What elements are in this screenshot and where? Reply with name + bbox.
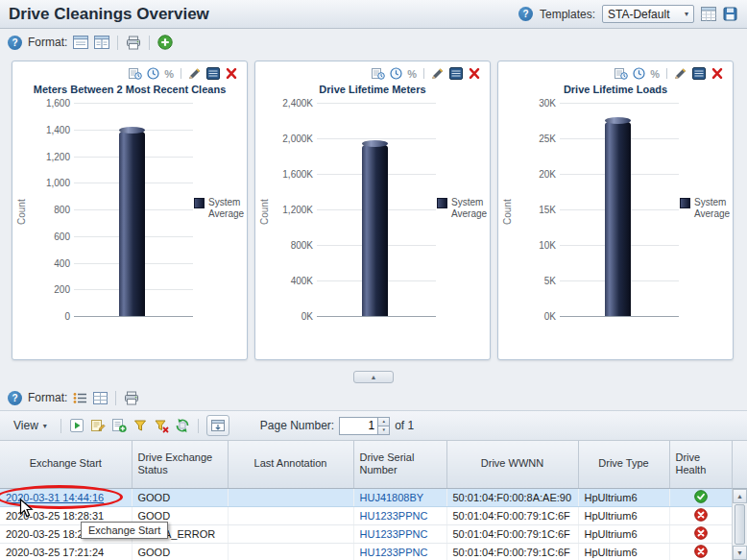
wwnn-cell: 50:01:04:F0:00:8A:AE:90	[446, 488, 578, 506]
clock-icon[interactable]	[633, 67, 645, 80]
column-header-exchange-start[interactable]: Exchange Start	[0, 441, 132, 488]
delete-chart-icon[interactable]	[711, 67, 724, 80]
chart-split-layout-icon[interactable]	[94, 36, 109, 49]
toolbar-divider	[117, 36, 118, 50]
chart-annotations-icon[interactable]	[614, 67, 628, 80]
delete-chart-icon[interactable]	[225, 67, 238, 80]
y-tick-label: 2,000K	[271, 134, 313, 144]
serial-link[interactable]: HUJ41808BY	[360, 492, 424, 503]
health-error-icon	[694, 508, 708, 522]
serial-link[interactable]: HU1233PPNC	[360, 510, 428, 522]
table-row-0[interactable]: 2020-03-31 14:44:16GOODHUJ41808BY50:01:0…	[0, 488, 732, 506]
add-annotation-icon[interactable]	[111, 418, 127, 433]
chart-table-toggle-icon[interactable]	[206, 67, 220, 80]
y-tick-label: 5K	[514, 276, 556, 286]
health-cell	[669, 543, 732, 560]
gridline	[317, 103, 436, 104]
y-tick-label: 200	[28, 284, 70, 295]
table-row-3[interactable]: 2020-03-25 17:21:24GOODHU1233PPNC50:01:0…	[0, 543, 732, 560]
y-axis-label: Count	[14, 103, 28, 322]
filter-icon[interactable]	[133, 418, 148, 433]
titlebar: Drive Cleanings Overview ? Templates: ST…	[0, 0, 747, 29]
execute-icon[interactable]	[69, 418, 84, 433]
y-tick-label: 1,200K	[271, 205, 313, 215]
view-menu-label: View	[13, 419, 38, 432]
chart-table-toggle-icon[interactable]	[449, 67, 463, 80]
toolbar-divider	[198, 419, 199, 433]
clear-filter-icon[interactable]	[154, 418, 169, 433]
edit-chart-icon[interactable]	[431, 67, 445, 80]
column-header-drive-wwnn[interactable]: Drive WWNN	[446, 441, 578, 488]
help-icon[interactable]: ?	[518, 7, 533, 21]
exchange-start-link[interactable]: 2020-03-31 14:44:16	[6, 492, 104, 503]
chart-plot-area: 30K25K20K15K10K5K0KSystem Average	[514, 103, 733, 322]
percent-icon[interactable]: %	[650, 68, 660, 80]
cleanings-table: Exchange StartDrive Exchange StatusLast …	[0, 441, 733, 560]
y-tick-label: 800	[28, 205, 70, 215]
percent-icon[interactable]: %	[164, 68, 174, 80]
column-header-drive-exchange-status[interactable]: Drive Exchange Status	[132, 441, 228, 488]
edit-chart-icon[interactable]	[188, 67, 202, 80]
y-tick-label: 400K	[271, 276, 313, 286]
delete-chart-icon[interactable]	[468, 67, 481, 80]
chart-title: Drive Lifetime Loads	[498, 84, 733, 95]
serial-link[interactable]: HU1233PPNC	[360, 528, 428, 540]
legend-label: System Average	[694, 197, 730, 220]
clock-icon[interactable]	[147, 67, 159, 80]
print-icon[interactable]	[124, 391, 139, 405]
column-header-drive-type[interactable]: Drive Type	[578, 441, 669, 488]
table-header-row: Exchange StartDrive Exchange StatusLast …	[0, 441, 732, 488]
chart-annotations-icon[interactable]	[129, 67, 142, 80]
manage-templates-icon[interactable]	[701, 7, 716, 21]
edit-chart-icon[interactable]	[674, 67, 687, 80]
toolbar-divider	[115, 391, 116, 405]
y-tick-label: 30K	[514, 98, 556, 109]
scroll-up-button[interactable]: ▲	[733, 489, 747, 503]
page-number-input[interactable]	[339, 417, 377, 435]
chart-title: Drive Lifetime Meters	[255, 84, 490, 95]
vertical-scrollbar[interactable]: ▲ ▼	[732, 489, 747, 560]
y-tick-label: 0K	[514, 311, 556, 322]
gridline	[317, 138, 436, 139]
view-menu-button[interactable]: View ▾	[8, 417, 53, 434]
templates-label: Templates:	[540, 8, 595, 21]
page-spin-up-button[interactable]: ▴	[377, 417, 390, 426]
edit-annotation-icon[interactable]	[90, 418, 106, 433]
scrollbar-thumb[interactable]	[735, 504, 745, 545]
detach-icon	[210, 419, 226, 432]
chart-panel-0: %Meters Between 2 Most Recent CleansCoun…	[12, 61, 248, 360]
chart-table-toggle-icon[interactable]	[692, 67, 706, 80]
chart-annotations-icon[interactable]	[372, 67, 385, 80]
refresh-icon[interactable]	[175, 418, 190, 433]
save-template-icon[interactable]	[723, 7, 737, 21]
percent-icon[interactable]: %	[407, 68, 417, 80]
grid-view-icon[interactable]	[93, 392, 108, 404]
add-chart-icon[interactable]	[157, 35, 173, 50]
clock-icon[interactable]	[390, 67, 402, 80]
help-icon[interactable]: ?	[8, 391, 22, 405]
page-number-label: Page Number:	[260, 419, 334, 432]
titlebar-controls: ? Templates: STA-Default ▾	[518, 5, 737, 23]
column-header-last-annotation[interactable]: Last Annotation	[228, 441, 353, 488]
page-spin-down-button[interactable]: ▾	[377, 426, 390, 435]
collapse-charts-button[interactable]: ▲	[353, 371, 394, 383]
scroll-down-button[interactable]: ▼	[733, 546, 747, 560]
y-tick-label: 0	[28, 311, 70, 322]
templates-select[interactable]: STA-Default ▾	[602, 5, 694, 23]
print-icon[interactable]	[126, 36, 141, 50]
table-format-label: Format:	[28, 391, 67, 404]
table-format-toolbar: ? Format:	[0, 385, 747, 410]
table-toolbar: View ▾ Page Number: ▴ ▾ of 1	[0, 410, 747, 441]
y-tick-label: 800K	[271, 240, 313, 251]
detach-button[interactable]	[206, 415, 229, 436]
pagination: Page Number: ▴ ▾ of 1	[260, 417, 414, 435]
y-tick-label: 2,400K	[271, 98, 313, 109]
serial-link[interactable]: HU1233PPNC	[360, 547, 428, 558]
list-view-icon[interactable]	[73, 392, 87, 404]
chevron-down-icon: ▾	[43, 422, 47, 430]
chart-layout-icon[interactable]	[73, 36, 88, 49]
help-icon[interactable]: ?	[8, 36, 22, 50]
health-good-icon	[694, 490, 708, 503]
column-header-drive-serial-number[interactable]: Drive Serial Number	[353, 441, 446, 488]
column-header-drive-health[interactable]: Drive Health	[669, 441, 732, 488]
